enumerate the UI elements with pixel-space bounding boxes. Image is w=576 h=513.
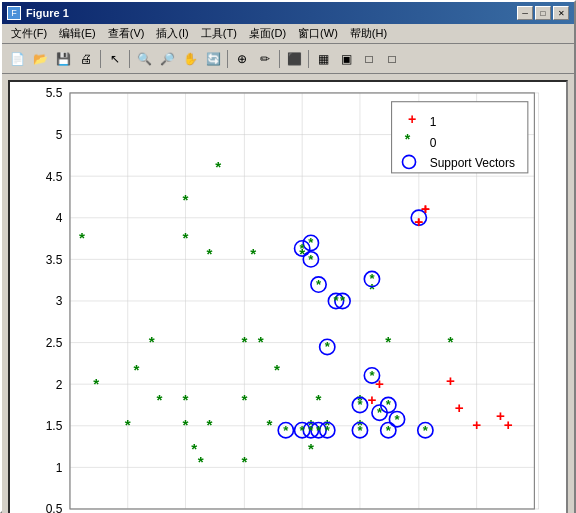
svg-text:4: 4: [56, 211, 63, 225]
svg-text:*: *: [405, 131, 411, 147]
svg-text:*: *: [183, 416, 189, 433]
svg-text:+: +: [446, 372, 455, 389]
svg-text:*: *: [316, 277, 322, 292]
new-file-button[interactable]: 📄: [6, 48, 28, 70]
svg-text:*: *: [283, 423, 289, 438]
menu-file[interactable]: 文件(F): [6, 25, 52, 42]
svg-text:*: *: [241, 453, 247, 470]
svg-text:+: +: [421, 200, 430, 217]
rotate-button[interactable]: 🔄: [202, 48, 224, 70]
svg-text:5.5: 5.5: [46, 86, 63, 100]
layout-btn1[interactable]: ▦: [312, 48, 334, 70]
svg-text:*: *: [447, 333, 453, 350]
layout-btn3[interactable]: □: [358, 48, 380, 70]
open-button[interactable]: 📂: [29, 48, 51, 70]
svg-text:+: +: [504, 416, 513, 433]
svg-text:3: 3: [56, 294, 63, 308]
svg-text:+: +: [408, 111, 416, 127]
svg-text:*: *: [183, 391, 189, 408]
svg-text:*: *: [333, 293, 339, 308]
window-icon: F: [7, 6, 21, 20]
svg-text:*: *: [308, 235, 314, 250]
svg-text:3.5: 3.5: [46, 253, 63, 267]
svg-text:2: 2: [56, 378, 63, 392]
svg-text:*: *: [274, 361, 280, 378]
plot-container[interactable]: 11 11.5 12 12.5 13 13.5 14 14.5 15 0.5 1…: [8, 80, 568, 513]
svg-text:*: *: [385, 333, 391, 350]
svg-text:*: *: [308, 423, 314, 438]
svg-text:*: *: [377, 405, 383, 420]
menu-window[interactable]: 窗口(W): [293, 25, 343, 42]
svg-text:*: *: [369, 368, 375, 383]
minimize-button[interactable]: ─: [517, 6, 533, 20]
layout-btn2[interactable]: ▣: [335, 48, 357, 70]
menu-edit[interactable]: 编辑(E): [54, 25, 101, 42]
separator-1: [100, 50, 101, 68]
svg-text:*: *: [300, 423, 306, 438]
svg-text:4.5: 4.5: [46, 170, 63, 184]
svg-text:*: *: [207, 416, 213, 433]
menu-view[interactable]: 查看(V): [103, 25, 150, 42]
svg-text:0.5: 0.5: [46, 502, 63, 513]
svg-text:5: 5: [56, 128, 63, 142]
svg-text:*: *: [300, 241, 306, 256]
svg-text:*: *: [325, 339, 331, 354]
svg-text:*: *: [183, 229, 189, 246]
svg-text:*: *: [241, 333, 247, 350]
svg-text:*: *: [191, 440, 197, 457]
svg-text:+: +: [367, 391, 376, 408]
close-button[interactable]: ✕: [553, 6, 569, 20]
svg-text:*: *: [266, 416, 272, 433]
data-cursor-button[interactable]: ⊕: [231, 48, 253, 70]
svg-text:Support Vectors: Support Vectors: [430, 156, 515, 170]
svg-text:*: *: [316, 423, 322, 438]
svg-text:*: *: [308, 440, 314, 457]
svg-text:*: *: [149, 333, 155, 350]
svg-text:*: *: [198, 453, 204, 470]
svg-text:*: *: [93, 375, 99, 392]
svg-text:*: *: [207, 245, 213, 262]
svg-text:1: 1: [56, 461, 63, 475]
svg-text:2.5: 2.5: [46, 336, 63, 350]
menu-insert[interactable]: 插入(I): [151, 25, 193, 42]
separator-2: [129, 50, 130, 68]
svg-text:*: *: [133, 361, 139, 378]
svg-text:*: *: [250, 245, 256, 262]
svg-text:0: 0: [430, 136, 437, 150]
svg-text:*: *: [156, 391, 162, 408]
svg-text:*: *: [357, 397, 363, 412]
svg-text:*: *: [340, 293, 346, 308]
brush-button[interactable]: ✏: [254, 48, 276, 70]
title-bar-left: F Figure 1: [7, 6, 69, 20]
select-button[interactable]: ↖: [104, 48, 126, 70]
pan-button[interactable]: ✋: [179, 48, 201, 70]
svg-text:*: *: [357, 423, 363, 438]
title-bar: F Figure 1 ─ □ ✕: [2, 2, 574, 24]
zoom-in-button[interactable]: 🔍: [133, 48, 155, 70]
save-button[interactable]: 💾: [52, 48, 74, 70]
main-window: F Figure 1 ─ □ ✕ 文件(F) 编辑(E) 查看(V) 插入(I)…: [0, 0, 576, 513]
menu-help[interactable]: 帮助(H): [345, 25, 392, 42]
svg-text:1.5: 1.5: [46, 419, 63, 433]
menu-desktop[interactable]: 桌面(D): [244, 25, 291, 42]
link-button[interactable]: ⬛: [283, 48, 305, 70]
svg-text:*: *: [241, 391, 247, 408]
svg-text:*: *: [79, 229, 85, 246]
svg-text:*: *: [125, 416, 131, 433]
svg-text:*: *: [423, 423, 429, 438]
svg-text:+: +: [472, 416, 481, 433]
toolbar: 📄 📂 💾 🖨 ↖ 🔍 🔎 ✋ 🔄 ⊕ ✏ ⬛ ▦ ▣ □ □: [2, 44, 574, 74]
layout-btn4[interactable]: □: [381, 48, 403, 70]
svg-text:*: *: [386, 423, 392, 438]
print-button[interactable]: 🖨: [75, 48, 97, 70]
window-title: Figure 1: [26, 7, 69, 19]
svg-text:*: *: [386, 397, 392, 412]
separator-4: [279, 50, 280, 68]
content-area: 11 11.5 12 12.5 13 13.5 14 14.5 15 0.5 1…: [2, 74, 574, 513]
svg-text:*: *: [215, 158, 221, 175]
svg-text:*: *: [369, 271, 375, 286]
menu-tools[interactable]: 工具(T): [196, 25, 242, 42]
zoom-out-button[interactable]: 🔎: [156, 48, 178, 70]
maximize-button[interactable]: □: [535, 6, 551, 20]
menu-bar: 文件(F) 编辑(E) 查看(V) 插入(I) 工具(T) 桌面(D) 窗口(W…: [2, 24, 574, 44]
